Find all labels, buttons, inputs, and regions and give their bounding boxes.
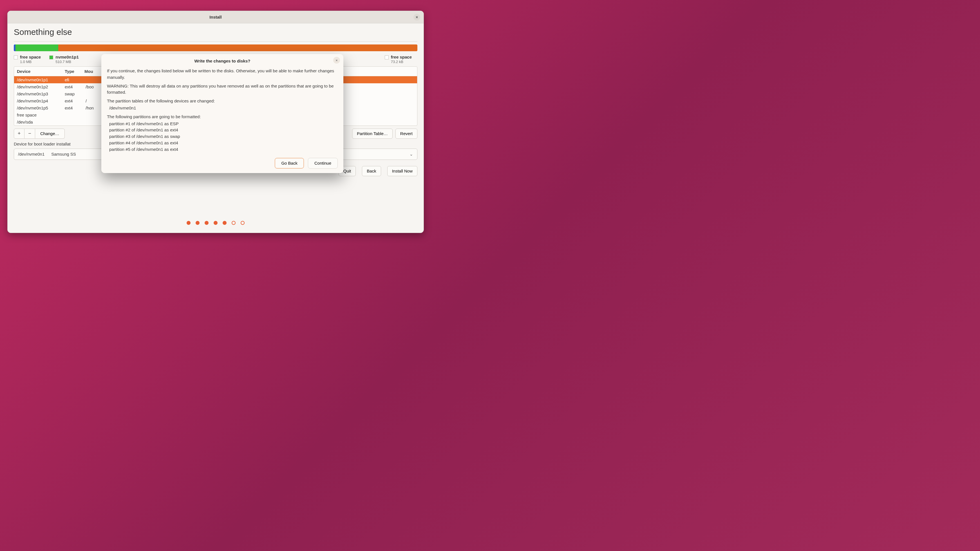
minus-icon: −	[28, 130, 31, 137]
dialog-format-item: partition #2 of /dev/nvme0n1 as ext4	[107, 127, 338, 133]
progress-dots	[8, 221, 423, 225]
dialog-format-item: partition #1 of /dev/nvme0n1 as ESP	[107, 121, 338, 127]
add-partition-button[interactable]: +	[14, 129, 24, 139]
cell-type: ext4	[65, 106, 84, 110]
cell-device: /dev/nvme0n1p3	[17, 92, 65, 96]
dialog-intro: If you continue, the changes listed belo…	[107, 68, 338, 81]
dialog-close-button[interactable]: ×	[333, 57, 340, 64]
titlebar: Install ×	[8, 11, 423, 23]
back-button[interactable]: Back	[362, 166, 381, 176]
page-heading: Something else	[8, 23, 423, 40]
dialog-format-item: partition #4 of /dev/nvme0n1 as ext4	[107, 140, 338, 146]
dialog-format-item: partition #5 of /dev/nvme0n1 as ext4	[107, 146, 338, 153]
dialog-tables-changed-label: The partition tables of the following de…	[107, 98, 338, 105]
partition-seg-tail	[416, 44, 417, 51]
cell-device: free space	[17, 113, 65, 118]
dialog-format-item: partition #3 of /dev/nvme0n1 as swap	[107, 133, 338, 140]
install-button[interactable]: Install Now	[387, 166, 417, 176]
revert-button[interactable]: Revert	[395, 129, 417, 139]
cell-type	[65, 113, 84, 118]
legend-item-p1: nvme0n1p1 510.7 MB	[49, 55, 79, 64]
legend-size: 510.7 MB	[56, 60, 79, 64]
partition-seg-p1	[16, 44, 58, 51]
cell-type	[65, 120, 84, 124]
cell-device: /dev/nvme0n1p2	[17, 84, 65, 89]
plus-icon: +	[18, 130, 21, 137]
cell-type: efi	[65, 78, 84, 82]
new-partition-table-button[interactable]: Partition Table…	[352, 129, 393, 139]
dialog-actions: Go Back Continue	[107, 155, 338, 168]
progress-dot	[214, 221, 218, 225]
continue-button[interactable]: Continue	[308, 158, 338, 168]
th-device: Device	[17, 69, 65, 74]
bootloader-device: /dev/nvme0n1	[18, 152, 45, 156]
chevron-down-icon: ⌄	[409, 152, 413, 157]
legend-swatch	[14, 56, 18, 59]
cell-type: swap	[65, 92, 84, 96]
cell-device: /dev/sda	[17, 120, 65, 124]
cell-type: ext4	[65, 84, 84, 89]
legend-size: 1.0 MB	[20, 60, 41, 64]
legend-name: free space	[20, 55, 41, 60]
partition-bar	[14, 44, 417, 51]
dialog-warning: WARNING: This will destroy all data on a…	[107, 83, 338, 96]
dialog-body: If you continue, the changes listed belo…	[107, 68, 338, 153]
legend-item-free-left: free space 1.0 MB	[14, 55, 41, 64]
cell-device: /dev/nvme0n1p4	[17, 98, 65, 103]
cell-type: ext4	[65, 98, 84, 103]
divider	[14, 41, 417, 42]
progress-dot	[223, 221, 227, 225]
close-icon: ×	[336, 58, 338, 62]
cell-device: /dev/nvme0n1p5	[17, 106, 65, 110]
legend-size: 73.2 kB	[391, 60, 412, 64]
progress-dot	[186, 221, 191, 225]
window-close-button[interactable]: ×	[414, 14, 420, 21]
dialog-title: Write the changes to disks?	[107, 58, 338, 65]
bootloader-model: Samsung SS	[51, 152, 76, 156]
progress-dot	[241, 221, 245, 225]
th-type: Type	[65, 69, 84, 74]
progress-dot	[196, 221, 200, 225]
progress-dot	[232, 221, 235, 225]
remove-partition-button[interactable]: −	[24, 129, 35, 139]
dialog-device-item: /dev/nvme0n1	[107, 105, 338, 111]
legend-name: free space	[391, 55, 412, 60]
progress-dot	[205, 221, 208, 225]
window-title: Install	[209, 14, 221, 19]
confirm-write-dialog: × Write the changes to disks? If you con…	[101, 54, 344, 173]
close-icon: ×	[416, 15, 418, 19]
partition-seg-main	[58, 44, 416, 51]
go-back-button[interactable]: Go Back	[275, 158, 304, 168]
dialog-format-label: The following partitions are going to be…	[107, 114, 338, 120]
legend-swatch	[49, 56, 53, 59]
cell-device: /dev/nvme0n1p1	[17, 78, 65, 82]
legend-item-free-right: free space 73.2 kB	[385, 55, 417, 64]
legend-swatch	[385, 56, 389, 59]
legend-name: nvme0n1p1	[56, 55, 79, 60]
change-partition-button[interactable]: Change…	[35, 129, 65, 139]
